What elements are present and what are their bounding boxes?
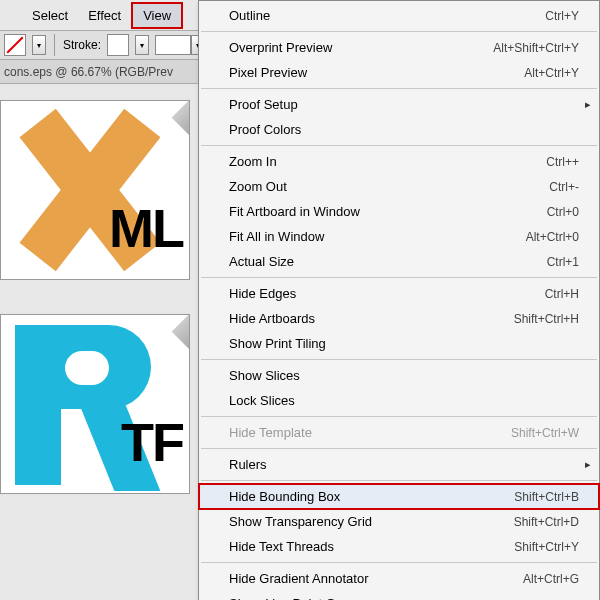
menu-item-lock-slices[interactable]: Lock Slices (199, 388, 599, 413)
menu-item-proof-setup[interactable]: Proof Setup (199, 92, 599, 117)
menu-item-show-live-paint-gaps[interactable]: Show Live Paint Gaps (199, 591, 599, 600)
menu-item-actual-size[interactable]: Actual SizeCtrl+1 (199, 249, 599, 274)
menu-item-shortcut: Ctrl++ (546, 155, 579, 169)
menu-item-label: Zoom Out (229, 179, 549, 194)
menu-blank[interactable] (2, 11, 22, 19)
menu-item-hide-gradient-annotator[interactable]: Hide Gradient AnnotatorAlt+Ctrl+G (199, 566, 599, 591)
menu-item-shortcut: Ctrl+1 (547, 255, 579, 269)
menu-item-zoom-out[interactable]: Zoom OutCtrl+- (199, 174, 599, 199)
menu-view[interactable]: View (131, 2, 183, 29)
menu-item-hide-artboards[interactable]: Hide ArtboardsShift+Ctrl+H (199, 306, 599, 331)
menu-item-label: Show Print Tiling (229, 336, 579, 351)
menu-item-shortcut: Alt+Shift+Ctrl+Y (493, 41, 579, 55)
menu-item-shortcut: Alt+Ctrl+0 (526, 230, 579, 244)
menu-item-show-transparency-grid[interactable]: Show Transparency GridShift+Ctrl+D (199, 509, 599, 534)
menu-item-outline[interactable]: OutlineCtrl+Y (199, 3, 599, 28)
menu-item-shortcut: Shift+Ctrl+B (514, 490, 579, 504)
menu-item-label: Hide Gradient Annotator (229, 571, 523, 586)
view-menu-dropdown: OutlineCtrl+YOverprint PreviewAlt+Shift+… (198, 0, 600, 600)
menu-item-label: Hide Text Threads (229, 539, 514, 554)
menu-item-label: Hide Artboards (229, 311, 514, 326)
menu-item-shortcut: Alt+Ctrl+G (523, 572, 579, 586)
tf-text: TF (121, 415, 183, 469)
menu-item-fit-all-in-window[interactable]: Fit All in WindowAlt+Ctrl+0 (199, 224, 599, 249)
stroke-label: Stroke: (63, 38, 101, 52)
menu-item-fit-artboard-in-window[interactable]: Fit Artboard in WindowCtrl+0 (199, 199, 599, 224)
menu-item-label: Show Slices (229, 368, 579, 383)
menu-item-shortcut: Ctrl+Y (545, 9, 579, 23)
menu-item-label: Actual Size (229, 254, 547, 269)
stroke-weight-value (155, 35, 191, 55)
menu-item-shortcut: Ctrl+H (545, 287, 579, 301)
menu-item-label: Rulers (229, 457, 579, 472)
menu-effect[interactable]: Effect (78, 4, 131, 27)
document-tab[interactable]: cons.eps @ 66.67% (RGB/Prev (4, 65, 173, 79)
menu-item-shortcut: Alt+Ctrl+Y (524, 66, 579, 80)
menu-item-label: Show Live Paint Gaps (229, 596, 579, 600)
menu-select[interactable]: Select (22, 4, 78, 27)
menu-item-label: Show Transparency Grid (229, 514, 514, 529)
menu-item-shortcut: Shift+Ctrl+W (511, 426, 579, 440)
artboard-xml[interactable]: ML (0, 100, 190, 280)
menu-item-hide-edges[interactable]: Hide EdgesCtrl+H (199, 281, 599, 306)
menu-item-overprint-preview[interactable]: Overprint PreviewAlt+Shift+Ctrl+Y (199, 35, 599, 60)
fill-none-swatch[interactable] (4, 34, 26, 56)
menu-item-label: Fit Artboard in Window (229, 204, 547, 219)
menu-item-label: Hide Edges (229, 286, 545, 301)
menu-item-label: Pixel Preview (229, 65, 524, 80)
artboard-rtf[interactable]: TF (0, 314, 190, 494)
menu-item-pixel-preview[interactable]: Pixel PreviewAlt+Ctrl+Y (199, 60, 599, 85)
menu-item-show-print-tiling[interactable]: Show Print Tiling (199, 331, 599, 356)
menu-item-hide-template: Hide TemplateShift+Ctrl+W (199, 420, 599, 445)
menu-item-shortcut: Ctrl+0 (547, 205, 579, 219)
menu-item-hide-text-threads[interactable]: Hide Text ThreadsShift+Ctrl+Y (199, 534, 599, 559)
menu-item-label: Hide Bounding Box (229, 489, 514, 504)
menu-item-shortcut: Shift+Ctrl+H (514, 312, 579, 326)
menu-item-shortcut: Ctrl+- (549, 180, 579, 194)
fill-dropdown[interactable]: ▾ (32, 35, 46, 55)
menu-item-hide-bounding-box[interactable]: Hide Bounding BoxShift+Ctrl+B (199, 484, 599, 509)
menu-item-label: Lock Slices (229, 393, 579, 408)
menu-item-proof-colors[interactable]: Proof Colors (199, 117, 599, 142)
menu-item-zoom-in[interactable]: Zoom InCtrl++ (199, 149, 599, 174)
menu-item-shortcut: Shift+Ctrl+D (514, 515, 579, 529)
menu-item-show-slices[interactable]: Show Slices (199, 363, 599, 388)
ml-text: ML (109, 201, 183, 255)
menu-item-label: Overprint Preview (229, 40, 493, 55)
menu-item-label: Proof Colors (229, 122, 579, 137)
stroke-swatch[interactable] (107, 34, 129, 56)
stroke-swatch-dropdown[interactable]: ▾ (135, 35, 149, 55)
menu-item-label: Outline (229, 8, 545, 23)
menu-item-label: Proof Setup (229, 97, 579, 112)
menu-item-shortcut: Shift+Ctrl+Y (514, 540, 579, 554)
menu-item-label: Zoom In (229, 154, 546, 169)
menu-item-rulers[interactable]: Rulers (199, 452, 599, 477)
menu-item-label: Hide Template (229, 425, 511, 440)
menu-item-label: Fit All in Window (229, 229, 526, 244)
